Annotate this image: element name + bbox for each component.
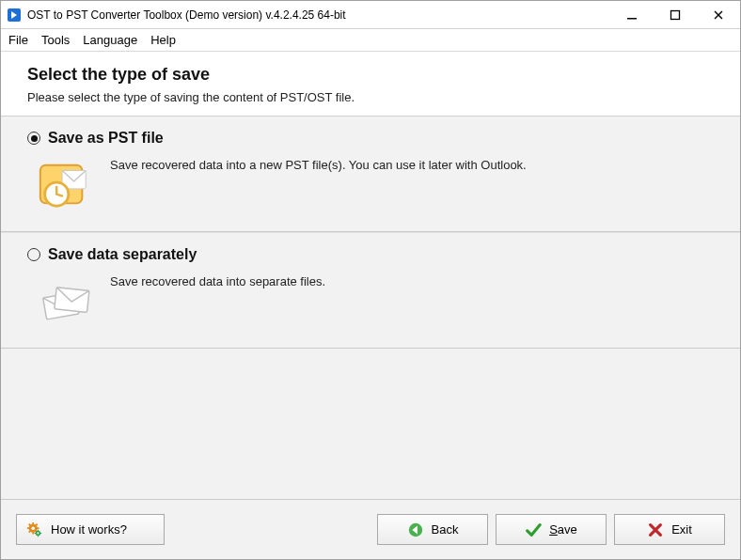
svg-rect-1 [627,18,637,20]
back-button[interactable]: Back [377,514,488,545]
minimize-button[interactable] [610,1,654,28]
option-save-separately[interactable]: Save data separately [1,232,740,349]
radio-save-separately[interactable] [27,248,40,261]
gears-icon [26,521,43,538]
option-save-separately-desc: Save recovered data into separate files. [110,272,325,331]
menubar: File Tools Language Help [1,29,740,52]
option-save-as-pst-desc: Save recovered data into a new PST file(… [110,156,527,214]
window-title: OST to PST Converter Toolbox (Demo versi… [27,8,610,22]
exit-label: Exit [671,522,692,537]
titlebar: OST to PST Converter Toolbox (Demo versi… [1,1,740,29]
radio-save-as-pst[interactable] [27,132,40,145]
arrow-left-icon [407,521,424,538]
maximize-button[interactable] [654,1,697,28]
menu-file[interactable]: File [8,33,28,47]
option-save-as-pst-title: Save as PST file [48,130,164,147]
svg-rect-2 [671,10,680,19]
save-label: Save [549,522,577,537]
save-button[interactable]: Save [496,514,607,545]
close-x-icon [647,521,664,538]
option-save-separately-title: Save data separately [48,246,197,263]
close-button[interactable] [697,1,740,28]
menu-tools[interactable]: Tools [41,33,70,47]
page-header: Select the type of save Please select th… [1,52,740,117]
check-icon [525,521,542,538]
svg-point-9 [31,526,35,530]
back-label: Back [432,522,459,537]
page-title: Select the type of save [27,65,714,85]
content: Select the type of save Please select th… [1,52,740,559]
exit-button[interactable]: Exit [614,514,725,545]
svg-point-11 [37,532,39,534]
footer: How it works? Back Save Exit [1,499,740,559]
page-subtitle: Please select the type of saving the con… [27,90,714,104]
outlook-pst-icon [35,156,93,214]
app-icon [7,8,22,23]
window-controls [610,1,740,28]
how-it-works-button[interactable]: How it works? [16,514,165,545]
option-save-as-pst[interactable]: Save as PST file Save recovered data int… [1,117,740,232]
menu-language[interactable]: Language [83,33,137,47]
app-window: OST to PST Converter Toolbox (Demo versi… [0,0,741,560]
options-list: Save as PST file Save recovered data int… [1,117,740,499]
menu-help[interactable]: Help [150,33,176,47]
how-it-works-label: How it works? [51,522,127,537]
envelopes-icon [35,272,93,331]
